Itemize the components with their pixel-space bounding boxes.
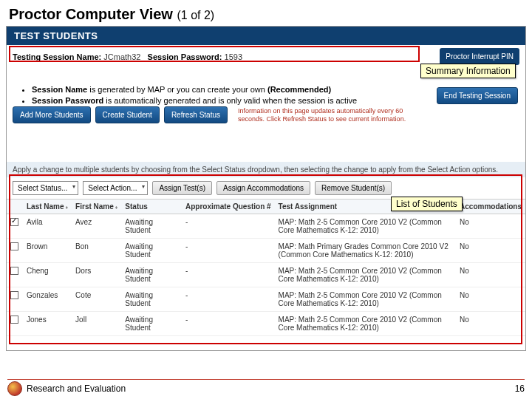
cell-accom: No <box>456 287 525 312</box>
bullet-2-text: is automatically generated and is only v… <box>103 96 357 105</box>
cell-status: Awaiting Student <box>121 239 182 263</box>
row-checkbox[interactable] <box>10 242 18 250</box>
add-students-button[interactable]: Add More Students <box>13 106 91 123</box>
cell-last-name: Cheng <box>23 263 72 287</box>
session-password-value: 1593 <box>225 52 242 61</box>
toolbar-row: Add More Students Create Student Refresh… <box>7 103 525 126</box>
bullet-1-text: is generated by MAP or you can create yo… <box>87 85 267 94</box>
slide-title: Proctor Computer View (1 of 2) <box>0 0 532 26</box>
title-counter: (1 of 2) <box>177 9 214 21</box>
slide-footer: Research and Evaluation 16 <box>7 379 525 396</box>
bullet-2: Session Password is automatically genera… <box>32 95 413 106</box>
page-heading: TEST STUDENTS <box>7 27 525 45</box>
remove-students-button[interactable]: Remove Student(s) <box>315 181 392 195</box>
cell-accom: No <box>456 239 525 263</box>
cell-status: Awaiting Student <box>121 287 182 312</box>
table-row[interactable]: ChengDorsAwaiting Student-MAP: Math 2-5 … <box>7 263 525 287</box>
cell-status: Awaiting Student <box>121 312 182 336</box>
bullet-1-recommended: (Recommended) <box>267 85 331 94</box>
table-row[interactable]: JonesJollAwaiting Student-MAP: Math 2-5 … <box>7 312 525 336</box>
cell-approx: - <box>182 239 275 263</box>
table-row[interactable]: BrownBonAwaiting Student-MAP: Math Prima… <box>7 239 525 263</box>
cell-first-name: Joll <box>72 312 121 336</box>
create-student-button[interactable]: Create Student <box>95 106 160 123</box>
cell-last-name: Jones <box>23 312 72 336</box>
col-first-name[interactable]: First Name <box>72 200 121 214</box>
footer-left: Research and Evaluation <box>7 381 126 396</box>
select-action-dropdown[interactable]: Select Action... <box>83 181 148 195</box>
bullet-1: Session Name is generated by MAP or you … <box>32 84 413 95</box>
callout-summary: Summary Information <box>420 64 516 78</box>
cell-status: Awaiting Student <box>121 214 182 239</box>
bullet-2-term: Session Password <box>32 96 103 105</box>
cell-last-name: Avila <box>23 214 72 239</box>
cell-assignment: MAP: Math 2-5 Common Core 2010 V2 (Commo… <box>275 263 456 287</box>
cell-first-name: Cote <box>72 287 121 312</box>
page-number: 16 <box>515 383 525 394</box>
cell-approx: - <box>182 263 275 287</box>
cell-accom: No <box>456 263 525 287</box>
col-approx-question[interactable]: Approximate Question # <box>182 200 275 214</box>
cell-assignment: MAP: Math 2-5 Common Core 2010 V2 (Commo… <box>275 312 456 336</box>
slide-bullets: Session Name is generated by MAP or you … <box>21 84 413 106</box>
col-checkbox <box>7 200 23 214</box>
org-name: Research and Evaluation <box>27 383 126 394</box>
cell-approx: - <box>182 214 275 239</box>
table-row[interactable]: GonzalesCoteAwaiting Student-MAP: Math 2… <box>7 287 525 312</box>
org-logo-icon <box>7 381 22 396</box>
select-status-dropdown[interactable]: Select Status... <box>13 181 78 195</box>
students-table: Last Name First Name Status Approximate … <box>7 200 525 336</box>
col-last-name[interactable]: Last Name <box>23 200 72 214</box>
row-checkbox[interactable] <box>10 218 18 226</box>
session-summary-text: Testing Session Name: JCmath32 Session P… <box>13 52 440 61</box>
cell-assignment: MAP: Math 2-5 Common Core 2010 V2 (Commo… <box>275 214 456 239</box>
row-checkbox[interactable] <box>10 291 18 299</box>
app-screenshot: TEST STUDENTS Testing Session Name: JCma… <box>6 26 526 351</box>
session-name-value: JCmath32 <box>103 52 140 61</box>
cell-accom: No <box>456 312 525 336</box>
auto-refresh-note: Information on this page updates automat… <box>238 107 423 123</box>
session-name-label: Testing Session Name: <box>13 52 101 61</box>
proctor-pin-box[interactable]: Proctor Interrupt PIN <box>440 48 519 65</box>
cell-approx: - <box>182 287 275 312</box>
assign-tests-button[interactable]: Assign Test(s) <box>152 181 212 195</box>
cell-first-name: Dors <box>72 263 121 287</box>
callout-list: List of Students <box>391 197 463 211</box>
row-checkbox[interactable] <box>10 267 18 275</box>
table-row[interactable]: AvilaAvezAwaiting Student-MAP: Math 2-5 … <box>7 214 525 239</box>
row-checkbox[interactable] <box>10 316 18 324</box>
cell-last-name: Gonzales <box>23 287 72 312</box>
cell-accom: No <box>456 214 525 239</box>
col-status[interactable]: Status <box>121 200 182 214</box>
multi-change-instructions: Apply a change to multiple students by c… <box>7 162 525 177</box>
col-accommodations[interactable]: Accommodations <box>456 200 525 214</box>
title-main: Proctor Computer View <box>9 6 173 22</box>
cell-assignment: MAP: Math 2-5 Common Core 2010 V2 (Commo… <box>275 287 456 312</box>
session-password-label: Session Password: <box>148 52 222 61</box>
cell-last-name: Brown <box>23 239 72 263</box>
bullet-1-term: Session Name <box>32 85 87 94</box>
refresh-status-button[interactable]: Refresh Status <box>164 106 228 123</box>
cell-assignment: MAP: Math Primary Grades Common Core 201… <box>275 239 456 263</box>
end-session-button[interactable]: End Testing Session <box>437 87 518 104</box>
cell-approx: - <box>182 312 275 336</box>
cell-first-name: Bon <box>72 239 121 263</box>
assign-accommodations-button[interactable]: Assign Accommodations <box>216 181 310 195</box>
cell-status: Awaiting Student <box>121 263 182 287</box>
cell-first-name: Avez <box>72 214 121 239</box>
proctor-pin-label: Proctor Interrupt PIN <box>446 52 514 61</box>
